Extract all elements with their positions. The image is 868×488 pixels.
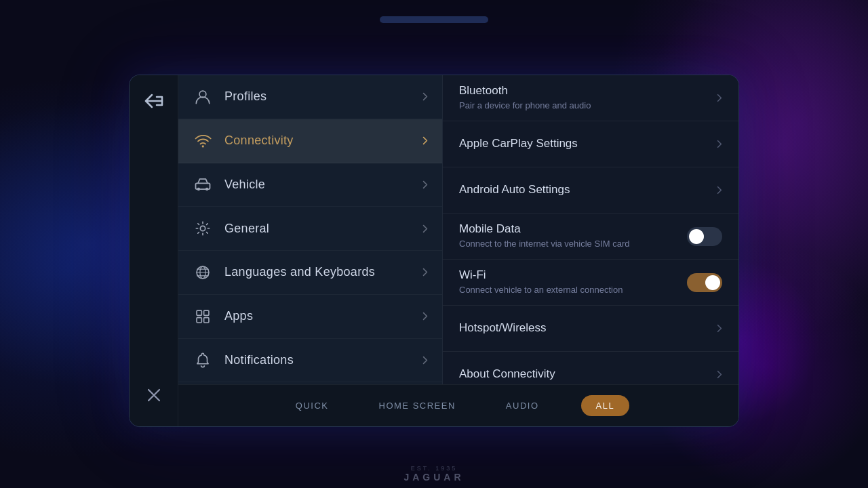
right-item-wifi[interactable]: Wi-Fi Connect vehicle to an external con… [443,260,738,306]
svg-point-1 [202,145,204,147]
hotspot-content: Hotspot/Wireless [459,321,717,336]
about-title: About Connectivity [459,367,717,382]
bluetooth-title: Bluetooth [459,83,717,98]
connectivity-label: Connectivity [224,134,422,148]
quick-button[interactable]: QUICK [288,395,337,416]
menu-item-apps[interactable]: Apps [178,295,442,339]
right-item-carplay[interactable]: Apple CarPlay Settings [443,121,738,167]
carplay-content: Apple CarPlay Settings [459,136,717,151]
mobile-data-subtitle: Connect to the internet via vehicle SIM … [459,238,687,250]
hotspot-chevron-icon [717,324,722,333]
profile-icon [192,86,214,108]
close-button[interactable] [139,380,169,410]
all-button[interactable]: ALL [581,395,630,416]
notifications-label: Notifications [224,353,422,367]
profiles-label: Profiles [224,89,422,104]
svg-point-4 [205,188,208,190]
right-item-hotspot[interactable]: Hotspot/Wireless [443,306,738,352]
carplay-title: Apple CarPlay Settings [459,136,717,151]
right-item-bluetooth[interactable]: Bluetooth Pair a device for phone and au… [443,75,738,121]
jaguar-branding: EST. 1935 JAGUAR [0,465,868,483]
bell-icon [192,349,214,371]
vehicle-icon [192,174,214,195]
bluetooth-subtitle: Pair a device for phone and audio [459,100,717,112]
menu-item-languages[interactable]: Languages and Keyboards [178,251,442,295]
wifi-subtitle: Connect vehicle to an external connectio… [459,284,687,296]
gear-icon [192,218,214,239]
hotspot-title: Hotspot/Wireless [459,321,717,336]
wifi-toggle[interactable] [687,273,722,292]
languages-label: Languages and Keyboards [224,265,422,279]
wifi-toggle-knob [705,275,720,290]
wifi-title: Wi-Fi [459,268,687,283]
svg-point-3 [197,188,200,190]
sidebar [130,75,178,426]
bluetooth-chevron-icon [717,94,722,102]
wifi-content: Wi-Fi Connect vehicle to an external con… [459,268,687,296]
svg-rect-8 [197,310,201,315]
home-screen-button[interactable]: HOME SCREEN [371,395,464,416]
wifi-icon [192,130,214,152]
menu-item-connectivity[interactable]: Connectivity [178,119,442,163]
globe-icon [192,262,214,283]
mobile-data-content: Mobile Data Connect to the internet via … [459,222,687,250]
svg-rect-9 [204,310,209,315]
vehicle-label: Vehicle [224,178,422,192]
svg-point-5 [200,226,205,230]
bluetooth-content: Bluetooth Pair a device for phone and au… [459,83,717,112]
svg-rect-10 [197,317,201,322]
mobile-data-toggle[interactable] [687,227,722,246]
audio-button[interactable]: AUDIO [498,395,547,416]
mobile-data-toggle-knob [689,229,704,244]
about-chevron-icon [717,370,722,379]
main-screen: Profiles Connectivity [129,75,739,427]
android-auto-content: Android Auto Settings [459,182,717,197]
apps-label: Apps [224,309,422,323]
right-item-mobile-data[interactable]: Mobile Data Connect to the internet via … [443,214,738,260]
general-label: General [224,222,422,236]
svg-rect-11 [204,317,209,322]
apps-icon [192,306,214,327]
about-content: About Connectivity [459,367,717,382]
android-auto-chevron-icon [717,186,722,195]
menu-item-notifications[interactable]: Notifications [178,339,442,383]
mobile-data-title: Mobile Data [459,222,687,237]
est-text: EST. 1935 [0,465,868,472]
android-auto-title: Android Auto Settings [459,182,717,197]
menu-item-profiles[interactable]: Profiles [178,75,442,119]
menu-item-general[interactable]: General [178,207,442,251]
bottom-bar: QUICK HOME SCREEN AUDIO ALL [178,384,738,426]
carplay-chevron-icon [717,140,722,148]
back-button[interactable] [139,86,169,116]
jaguar-logo: JAGUAR [0,472,868,483]
right-panel: Bluetooth Pair a device for phone and au… [443,75,738,426]
menu-item-vehicle[interactable]: Vehicle [178,163,442,207]
right-item-android-auto[interactable]: Android Auto Settings [443,167,738,214]
menu-panel: Profiles Connectivity [178,75,443,426]
